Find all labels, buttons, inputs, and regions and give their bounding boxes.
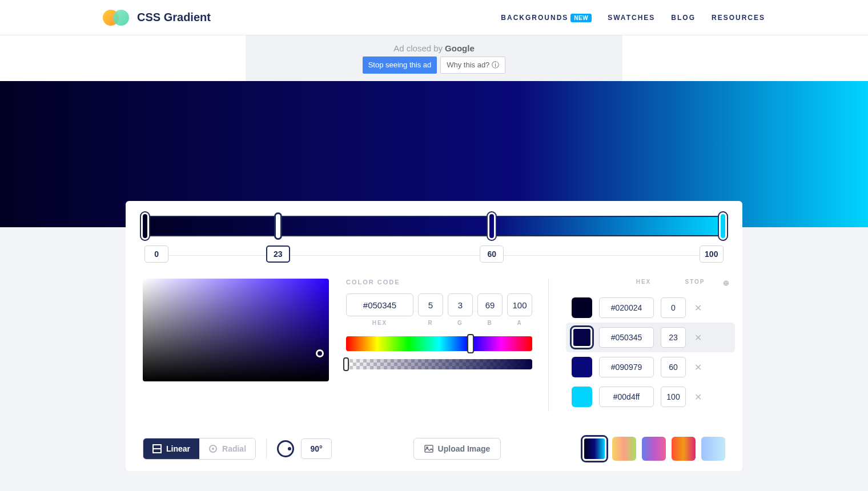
stop-pos-input-2[interactable]: [661, 357, 686, 377]
pos-input-1[interactable]: [266, 246, 290, 263]
b-sublabel: B: [477, 320, 503, 326]
preset-2[interactable]: [642, 437, 666, 461]
alpha-handle[interactable]: [343, 357, 349, 371]
angle-input[interactable]: [301, 438, 332, 459]
position-row: [145, 246, 723, 265]
gradient-bar-wrap: [145, 216, 723, 236]
stop-swatch-0[interactable]: [572, 297, 592, 318]
logo-icon: [103, 10, 130, 26]
saturation-value-area[interactable]: [143, 279, 329, 381]
stop-handle-0[interactable]: [141, 212, 149, 240]
hex-sublabel: HEX: [346, 320, 413, 326]
stop-swatch-3[interactable]: [572, 387, 592, 407]
image-icon: [424, 444, 433, 453]
stop-swatch-2[interactable]: [572, 357, 592, 377]
stop-pos-input-1[interactable]: [661, 327, 686, 348]
preset-1[interactable]: [612, 437, 636, 461]
color-code-section: COLOR CODE HEX R G B A: [346, 279, 549, 412]
a-sublabel: A: [507, 320, 532, 326]
ad-box: Ad closed by Google Stop seeing this ad …: [246, 35, 622, 81]
ad-why-button[interactable]: Why this ad?ⓘ: [440, 57, 505, 74]
stop-row-2[interactable]: ✕: [566, 352, 735, 382]
svg-point-3: [212, 448, 214, 450]
nav-blog[interactable]: BLOG: [671, 14, 696, 22]
color-code-label: COLOR CODE: [346, 279, 532, 285]
stops-stop-label: STOP: [682, 279, 708, 287]
hue-handle[interactable]: [467, 334, 474, 353]
upload-image-button[interactable]: Upload Image: [413, 438, 501, 460]
header: CSS Gradient BACKGROUNDSNEW SWATCHES BLO…: [0, 0, 868, 35]
radial-icon: [208, 444, 218, 453]
linear-icon: [152, 444, 162, 453]
brand-title: CSS Gradient: [137, 11, 211, 24]
hue-slider[interactable]: [346, 336, 532, 351]
r-input[interactable]: [418, 293, 443, 316]
pos-input-0[interactable]: [144, 246, 168, 263]
linear-button[interactable]: Linear: [143, 438, 199, 459]
ad-closed-text: Ad closed by Google: [393, 43, 475, 53]
a-input[interactable]: [507, 293, 532, 316]
stop-delete-0[interactable]: ✕: [693, 303, 703, 313]
stop-handle-2[interactable]: [488, 212, 496, 240]
gradient-bar[interactable]: [145, 216, 723, 236]
stop-hex-input-2[interactable]: [599, 357, 654, 377]
nav-resources[interactable]: RESOURCES: [712, 14, 765, 22]
g-input[interactable]: [448, 293, 473, 316]
nav-swatches[interactable]: SWATCHES: [608, 14, 655, 22]
angle-wheel[interactable]: [277, 440, 294, 457]
nav: BACKGROUNDSNEW SWATCHES BLOG RESOURCES: [501, 14, 765, 22]
alpha-slider[interactable]: [346, 359, 532, 369]
color-picker: [143, 279, 329, 412]
info-icon: ⓘ: [492, 60, 499, 70]
preset-3[interactable]: [672, 437, 696, 461]
pos-input-3[interactable]: [700, 246, 724, 263]
stops-panel: HEX STOP ⊕ ✕✕✕✕: [566, 279, 735, 412]
preset-4[interactable]: [701, 437, 725, 461]
type-segment: Linear Radial: [143, 438, 256, 460]
stop-handle-3[interactable]: [719, 212, 727, 240]
stop-swatch-1[interactable]: [572, 327, 592, 348]
stop-handle-1[interactable]: [274, 212, 282, 240]
add-stop-button[interactable]: ⊕: [721, 279, 732, 287]
stop-delete-3[interactable]: ✕: [693, 392, 703, 402]
stop-delete-1[interactable]: ✕: [693, 332, 703, 343]
stop-pos-input-3[interactable]: [661, 387, 686, 407]
stop-hex-input-1[interactable]: [599, 327, 654, 348]
radial-button[interactable]: Radial: [199, 438, 255, 459]
stop-row-3[interactable]: ✕: [566, 382, 735, 412]
stop-pos-input-0[interactable]: [661, 297, 686, 318]
g-sublabel: G: [448, 320, 473, 326]
stop-row-1[interactable]: ✕: [566, 323, 735, 352]
divider: [266, 438, 267, 459]
ad-wrap: Ad closed by Google Stop seeing this ad …: [0, 35, 868, 81]
stop-hex-input-3[interactable]: [599, 387, 654, 407]
nav-backgrounds[interactable]: BACKGROUNDSNEW: [501, 14, 592, 22]
badge-new: NEW: [570, 14, 592, 22]
sv-cursor[interactable]: [316, 349, 324, 357]
preset-swatches: [582, 437, 725, 461]
stop-delete-2[interactable]: ✕: [693, 362, 703, 372]
stop-hex-input-0[interactable]: [599, 297, 654, 318]
bottom-controls: Linear Radial Upload Image: [143, 428, 725, 461]
stop-row-0[interactable]: ✕: [566, 293, 735, 323]
tool-panel: COLOR CODE HEX R G B A: [126, 201, 742, 471]
ad-stop-button[interactable]: Stop seeing this ad: [363, 57, 437, 74]
pos-input-2[interactable]: [480, 246, 504, 263]
logo-block[interactable]: CSS Gradient: [103, 10, 211, 26]
preset-0[interactable]: [582, 437, 606, 461]
b-input[interactable]: [477, 293, 503, 316]
hex-input[interactable]: [346, 293, 413, 316]
stops-hex-label: HEX: [616, 279, 671, 287]
r-sublabel: R: [418, 320, 443, 326]
